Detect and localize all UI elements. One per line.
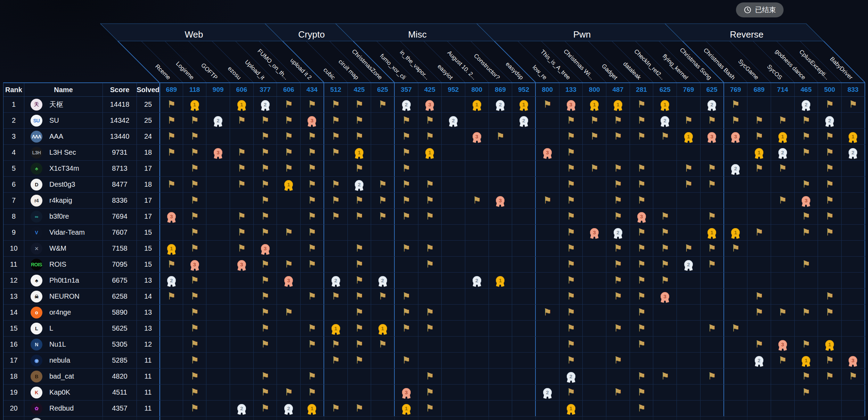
team-name-cell[interactable]: r4 r4kapig	[24, 193, 103, 208]
team-name-cell[interactable]: ✿ Redbud	[24, 401, 103, 416]
team-name-cell[interactable]: V Vidar-Team	[24, 225, 103, 240]
solve-cell	[512, 225, 536, 240]
team-name-cell[interactable]: ΛΛΛ AAA	[24, 129, 103, 144]
challenge-points-header[interactable]: 869	[489, 83, 513, 96]
solve-cell: ⚑	[277, 129, 301, 144]
challenge-name-label[interactable]: BabyDriver	[829, 56, 854, 81]
team-name-cell[interactable]: B bad_cat	[24, 369, 103, 384]
challenge-points-header[interactable]: 500	[818, 83, 842, 96]
challenge-name-label[interactable]: Loginme	[175, 60, 196, 81]
challenge-points-header[interactable]: 465	[795, 83, 818, 96]
challenge-name-label[interactable]: GOFTP	[200, 62, 219, 81]
flag-icon: ⚑	[261, 148, 269, 157]
team-name-cell[interactable]: K Kap0K	[24, 385, 103, 400]
solve-cell	[277, 369, 301, 384]
solve-cell	[677, 337, 701, 352]
challenge-points-header[interactable]: 625	[653, 83, 677, 96]
challenge-name-label[interactable]: low_re	[531, 64, 548, 81]
challenge-points-header[interactable]: 357	[395, 83, 418, 96]
team-name-cell[interactable]: ♣ Ph0t1n1a	[24, 273, 103, 288]
solve-cell	[795, 321, 818, 336]
challenge-points-header[interactable]: 800	[583, 83, 606, 96]
solve-cell: 2	[465, 273, 489, 288]
challenge-points-header[interactable]: 800	[536, 83, 559, 96]
solve-cell	[747, 369, 771, 384]
challenge-points-header[interactable]: 689	[747, 83, 771, 96]
solve-cell: ⚑	[818, 289, 842, 304]
challenge-points-header[interactable]: 625	[701, 83, 724, 96]
flag-icon: ⚑	[426, 196, 434, 205]
solve-cell	[512, 401, 536, 416]
challenge-points-header[interactable]: 512	[324, 83, 348, 96]
team-name-cell[interactable]: SU SU	[24, 113, 103, 128]
solve-cell: ⚑	[818, 369, 842, 384]
challenge-name-label[interactable]: cubic	[322, 66, 337, 81]
challenge-points-header[interactable]: 952	[442, 83, 465, 96]
solve-cell	[418, 353, 442, 368]
team-name-cell[interactable]: L L	[24, 321, 103, 336]
solve-cell: ⚑	[301, 385, 324, 400]
challenge-points-header[interactable]: 800	[465, 83, 489, 96]
team-name-cell[interactable]: ◉ nebula	[24, 353, 103, 368]
team-name-cell[interactable]: o or4nge	[24, 305, 103, 320]
solve-cell	[653, 161, 677, 176]
team-name-cell[interactable]: D Dest0g3	[24, 177, 103, 192]
team-name-cell[interactable]: ROIS ROIS	[24, 257, 103, 272]
solve-cell: 3	[301, 113, 324, 128]
challenge-points-header[interactable]: 909	[206, 83, 230, 96]
challenge-points-header[interactable]: 769	[724, 83, 748, 96]
solve-cell	[677, 353, 701, 368]
challenge-name-label[interactable]: easyiot	[436, 63, 454, 81]
challenge-points-header[interactable]: 425	[418, 83, 442, 96]
solve-cell: ⚑	[771, 161, 795, 176]
solve-cell	[842, 209, 865, 224]
challenge-points-header[interactable]: 625	[371, 83, 395, 96]
solve-cell	[583, 257, 606, 272]
team-name-cell[interactable]: ♣ X1cT34m	[24, 161, 103, 176]
solve-cell: ⚑	[818, 177, 842, 192]
flag-icon: ⚑	[708, 260, 716, 269]
solve-cell	[653, 337, 677, 352]
challenge-name-label[interactable]: ciruit map	[337, 58, 360, 81]
challenge-points-header[interactable]: 952	[512, 83, 536, 96]
flag-icon: ⚑	[190, 116, 199, 125]
flag-icon: ⚑	[308, 340, 316, 349]
solve-cell: ⚑	[254, 289, 277, 304]
challenge-name-label[interactable]: upload it 2	[289, 57, 313, 81]
team-name-cell[interactable]: L3H L3H Sec	[24, 145, 103, 160]
challenge-points-header[interactable]: 425	[348, 83, 371, 96]
solve-cell	[747, 193, 771, 208]
solve-cell	[842, 273, 865, 288]
team-name-cell[interactable]: ∞ b3f0re	[24, 209, 103, 224]
challenge-name-label[interactable]: Rceme	[154, 63, 172, 81]
challenge-points-header[interactable]: 487	[606, 83, 630, 96]
challenge-points-header[interactable]: 606	[230, 83, 254, 96]
solve-cell	[159, 353, 183, 368]
solve-cell: ⚑	[159, 97, 183, 112]
team-name-cell[interactable]: 天 天枢	[24, 97, 103, 112]
challenge-name-label[interactable]: Gadget	[600, 63, 619, 81]
challenge-points-header[interactable]: 769	[677, 83, 701, 96]
challenge-points-header[interactable]: 833	[842, 83, 865, 96]
challenge-name-label[interactable]: SycOS	[766, 63, 784, 81]
challenge-name-label[interactable]: ezosu	[227, 65, 243, 81]
challenge-points-header[interactable]: 689	[159, 83, 183, 96]
challenge-points-header[interactable]: 377	[254, 83, 277, 96]
challenge-points-header[interactable]: 281	[630, 83, 654, 96]
challenge-points-header[interactable]: 606	[277, 83, 301, 96]
team-name-cell[interactable]: ☠ NEURON	[24, 289, 103, 304]
solve-cell: ⚑	[183, 369, 207, 384]
challenge-name-label[interactable]: dataleak	[622, 60, 642, 81]
team-name-cell[interactable]: ✕ W&M	[24, 241, 103, 256]
challenge-name-label[interactable]: SycGame	[737, 58, 760, 81]
challenge-points-header[interactable]: 434	[301, 83, 324, 96]
team-score: 8713	[103, 161, 137, 176]
flag-icon: ⚑	[802, 212, 810, 221]
challenge-name-label[interactable]: Upload_it	[244, 59, 266, 81]
flag-icon: ⚑	[167, 260, 175, 269]
challenge-points-header[interactable]: 118	[183, 83, 207, 96]
challenge-points-header[interactable]: 133	[559, 83, 583, 96]
challenge-points-header[interactable]: 714	[771, 83, 795, 96]
flag-icon: ⚑	[755, 116, 763, 125]
team-name-cell[interactable]: N Nu1L	[24, 337, 103, 352]
